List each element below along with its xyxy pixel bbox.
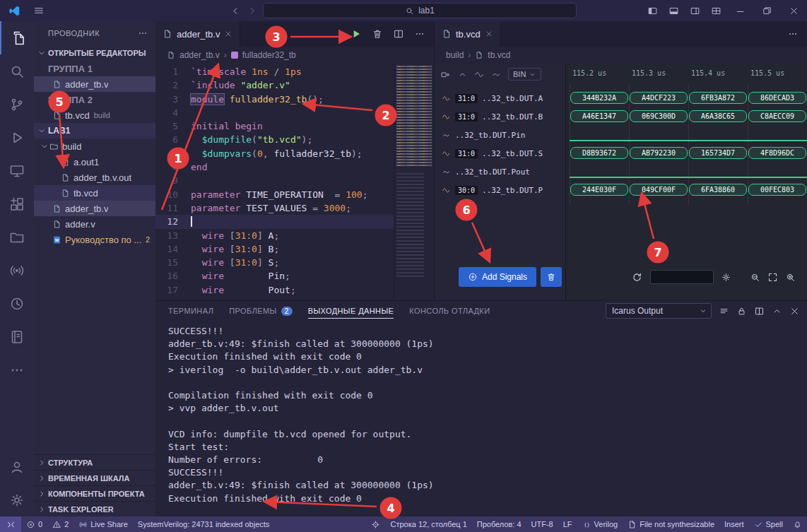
zoom-out-icon[interactable]	[750, 272, 760, 283]
activity-notebook[interactable]	[0, 320, 34, 353]
breadcrumb-folder[interactable]: build	[446, 50, 464, 60]
zoom-in-icon[interactable]	[785, 272, 796, 283]
activity-project-manager[interactable]	[0, 220, 34, 254]
more-actions-icon[interactable]	[787, 28, 799, 40]
toggle-secondary-sidebar-icon[interactable]	[690, 6, 700, 16]
status-errors-count[interactable]: 0	[21, 516, 47, 532]
tree-folder[interactable]: build	[34, 138, 155, 154]
sidebar-section-компоненты-проекта[interactable]: КОМПОНЕНТЫ ПРОЕКТА	[34, 485, 155, 501]
activity-run-debug[interactable]	[0, 121, 34, 154]
output-console[interactable]: SUCCESS!!!adder_tb.v:49: $finish called …	[155, 321, 807, 505]
lock-scroll-icon[interactable]	[736, 306, 747, 317]
close-panel-icon[interactable]	[789, 306, 800, 317]
tree-item[interactable]: adder.v	[34, 216, 155, 232]
panel-tab-проблемы[interactable]: ПРОБЛЕМЫ2	[229, 301, 292, 321]
split-editor-icon[interactable]	[393, 28, 404, 40]
activity-live-share[interactable]	[0, 254, 34, 287]
breadcrumb-file[interactable]: tb.vcd	[488, 50, 510, 60]
output-channel-select[interactable]: Icarus Output	[606, 303, 712, 319]
signal-row[interactable]: 31:0..32_tb.DUT.A	[435, 89, 565, 107]
status-notifications[interactable]	[788, 516, 807, 532]
signal-row[interactable]: ..32_tb.DUT.Pout	[435, 162, 565, 181]
add-signals-button[interactable]: Add Signals	[459, 267, 536, 287]
tree-item[interactable]: tb.vcdbuild	[34, 107, 155, 123]
breadcrumb[interactable]: adder_tb.v › fulladder32_tb	[155, 47, 434, 64]
time-input[interactable]	[650, 270, 714, 284]
signal-row[interactable]: 30:0..32_tb.DUT.P	[435, 181, 565, 199]
code-line[interactable]: 14 wire [31:0] B;	[155, 242, 394, 256]
toggle-panel-icon[interactable]	[668, 6, 679, 16]
gear-icon[interactable]	[721, 272, 731, 283]
status-spell-status[interactable]: Spell	[749, 516, 788, 532]
trash-icon[interactable]	[372, 28, 383, 40]
minimize-icon[interactable]	[735, 6, 746, 16]
tree-item[interactable]: adder_tb.v.out	[34, 170, 155, 185]
activity-extensions[interactable]	[0, 187, 34, 220]
code-line[interactable]: 9	[155, 174, 394, 187]
refresh-icon[interactable]	[631, 271, 643, 283]
caret-up-icon[interactable]	[457, 69, 468, 80]
status-warnings-count[interactable]: 2	[47, 516, 73, 532]
panel-tab-консоль-отладки[interactable]: КОНСОЛЬ ОТЛАДКИ	[409, 301, 490, 321]
code-line[interactable]: 6 $dumpfile("tb.vcd");	[155, 133, 394, 146]
signal-row[interactable]: 31:0..32_tb.DUT.S	[435, 144, 565, 162]
minimap[interactable]	[394, 64, 434, 300]
status-synthesis-status[interactable]: File not synthesizable	[623, 516, 719, 532]
tree-item[interactable]: a.out1	[34, 154, 155, 170]
status-goto-icon[interactable]	[366, 516, 385, 532]
toggle-sidebar-icon[interactable]	[647, 6, 658, 16]
close-tab-icon[interactable]	[485, 30, 493, 38]
tree-item[interactable]: WРуководство по ...2	[34, 232, 155, 247]
open-editors-header[interactable]: ОТКРЫТЫЕ РЕДАКТОРЫ	[34, 45, 155, 61]
code-line[interactable]: 4	[155, 106, 394, 119]
activity-source-control[interactable]	[0, 88, 34, 121]
sidebar-section-временная-шкала[interactable]: ВРЕМЕННАЯ ШКАЛА	[34, 470, 155, 485]
zoom-fit-icon[interactable]	[767, 272, 778, 283]
code-line[interactable]: 13 wire [31:0] A;	[155, 229, 394, 242]
search-box[interactable]: lab1	[263, 3, 577, 18]
menu-icon[interactable]	[33, 5, 45, 16]
wave-breadcrumb[interactable]: build › tb.vcd	[435, 47, 807, 64]
run-button-icon[interactable]	[351, 28, 362, 40]
status-remote-indicator[interactable]	[0, 516, 21, 532]
close-icon[interactable]	[789, 6, 799, 16]
breadcrumb-file[interactable]: adder_tb.v	[179, 50, 220, 60]
tree-item[interactable]: adder_tb.v	[34, 201, 155, 216]
tree-item[interactable]: adder_tb.v	[34, 76, 155, 92]
status-cursor-position[interactable]: Строка 12, столбец 1	[385, 516, 471, 532]
activity-more[interactable]	[0, 353, 34, 386]
status-language-mode[interactable]: {}Verilog	[577, 516, 623, 532]
code-editor[interactable]: 1`timescale 1ns / 1ps2`include "adder.v"…	[155, 64, 394, 300]
status-systemverilog-status[interactable]: SystemVerilog: 24731 indexed objects	[133, 516, 275, 532]
activity-explorer[interactable]	[0, 21, 34, 54]
activity-remote-explorer[interactable]	[0, 154, 34, 187]
back-icon[interactable]	[230, 6, 241, 16]
sidebar-section-структура[interactable]: СТРУКТУРА	[34, 454, 155, 470]
remove-signals-button[interactable]	[541, 267, 562, 287]
output-filter-icon[interactable]	[719, 306, 729, 317]
wave-plot-area[interactable]: 115.2 us115.3 us115.4 us115.5 us344B232A…	[566, 64, 807, 300]
code-line[interactable]: 15 wire [31:0] S;	[155, 256, 394, 269]
activity-history[interactable]	[0, 287, 34, 320]
tab-tbvcd[interactable]: tb.vcd	[435, 21, 501, 47]
sidebar-more-icon[interactable]	[137, 28, 148, 39]
close-tab-icon[interactable]	[224, 30, 232, 38]
tab-adder-tb[interactable]: adder_tb.v	[155, 21, 240, 47]
analog-wave-icon[interactable]	[474, 69, 485, 80]
panel-tab-выходные-данные[interactable]: ВЫХОДНЫЕ ДАННЫЕ	[308, 301, 394, 321]
panel-tab-терминал[interactable]: ТЕРМИНАЛ	[168, 301, 213, 321]
signal-row[interactable]: ..32_tb.DUT.Pin	[435, 126, 565, 144]
signal-row[interactable]: 31:0..32_tb.DUT.B	[435, 107, 565, 126]
code-line[interactable]: 5initial begin	[155, 119, 394, 133]
code-line[interactable]: 10parameter TIME_OPERATION = 100;	[155, 188, 394, 201]
add-marker-icon[interactable]	[440, 69, 451, 80]
activity-settings[interactable]	[0, 483, 34, 516]
breadcrumb-symbol[interactable]: fulladder32_tb	[242, 50, 296, 60]
activity-search[interactable]	[0, 54, 34, 88]
sidebar-section-task-explorer[interactable]: TASK EXPLORER	[34, 501, 155, 516]
code-line[interactable]: 2`include "adder.v"	[155, 78, 394, 92]
restore-icon[interactable]	[762, 6, 772, 16]
forward-icon[interactable]	[247, 6, 257, 16]
code-line[interactable]: 3module fulladder32_tb();	[155, 93, 394, 106]
status-live-share[interactable]: Live Share	[73, 516, 133, 532]
